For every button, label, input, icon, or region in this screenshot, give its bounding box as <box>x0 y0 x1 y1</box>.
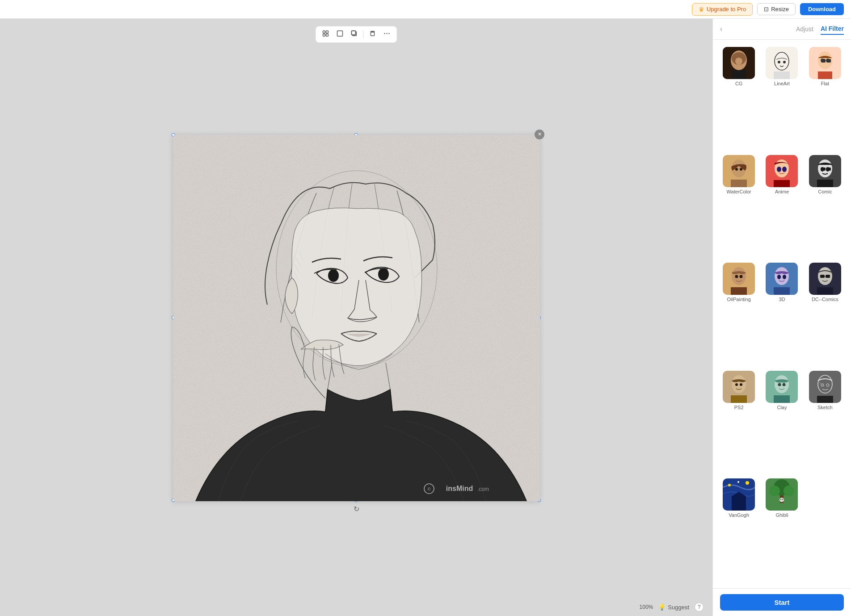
filter-item-dccomics[interactable]: DC--Comics <box>805 261 846 367</box>
download-label: Download <box>808 6 836 13</box>
filter-label-dccomics: DC--Comics <box>812 297 838 302</box>
sketch-svg: © insMind .com <box>173 135 540 501</box>
svg-rect-4 <box>337 31 343 36</box>
crop-tool-button[interactable] <box>334 28 346 41</box>
filter-thumb-cg <box>723 47 755 79</box>
filter-item-sketch[interactable]: Sketch <box>805 369 846 475</box>
filter-item-vangogh[interactable]: VanGogh <box>718 477 759 583</box>
app-header: ♛ Upgrade to Pro ⊡ Resize Download <box>0 0 851 19</box>
svg-point-101 <box>784 486 794 496</box>
svg-point-83 <box>778 383 781 386</box>
svg-point-28 <box>735 58 742 65</box>
select-tool-button[interactable] <box>320 28 332 41</box>
svg-rect-34 <box>774 71 790 79</box>
svg-rect-29 <box>732 70 746 79</box>
svg-point-15 <box>328 269 339 282</box>
tab-adjust[interactable]: Adjust <box>796 24 813 34</box>
filter-label-watercolor: WaterColor <box>727 189 751 194</box>
svg-point-10 <box>386 33 387 34</box>
toolbar-separator <box>363 30 364 38</box>
more-tool-button[interactable] <box>381 28 393 41</box>
svg-text:.com: .com <box>477 486 489 492</box>
filter-label-anime: Anime <box>775 189 789 194</box>
panel-tabs: ‹ Adjust AI Filter <box>713 19 851 40</box>
main-area: ✕ <box>0 19 851 616</box>
canvas-toolbar <box>316 26 397 43</box>
right-panel: ‹ Adjust AI Filter <box>712 19 851 616</box>
svg-rect-1 <box>326 31 329 33</box>
filter-item-comic[interactable]: Comic <box>805 153 846 260</box>
svg-point-67 <box>777 275 781 279</box>
filter-item-oilpainting[interactable]: OilPainting <box>718 261 759 367</box>
svg-rect-69 <box>774 287 790 295</box>
svg-rect-64 <box>731 287 747 295</box>
filter-item-cg[interactable]: CG <box>718 45 759 151</box>
svg-point-104 <box>779 498 784 502</box>
filter-item-watercolor[interactable]: WaterColor <box>718 153 759 260</box>
svg-rect-8 <box>371 32 375 36</box>
filter-label-comic: Comic <box>818 189 832 194</box>
svg-rect-90 <box>817 396 833 403</box>
filter-item-lineart[interactable]: LineArt <box>761 45 802 151</box>
filter-label-flat: Flat <box>821 81 829 86</box>
svg-rect-6 <box>352 31 356 35</box>
filter-item-flat[interactable]: Flat <box>805 45 846 151</box>
panel-collapse-icon[interactable]: ‹ <box>720 25 722 33</box>
svg-point-94 <box>728 484 731 486</box>
svg-point-51 <box>782 167 787 172</box>
filter-thumb-comic <box>809 155 841 187</box>
suggest-label: Suggest <box>668 604 689 611</box>
download-button[interactable]: Download <box>800 3 844 15</box>
svg-point-16 <box>378 268 389 281</box>
upgrade-button[interactable]: ♛ Upgrade to Pro <box>692 3 753 16</box>
filter-label-cg: CG <box>735 81 743 86</box>
svg-text:insMind: insMind <box>446 485 473 492</box>
filter-label-vangogh: VanGogh <box>729 512 749 518</box>
duplicate-tool-button[interactable] <box>348 28 361 41</box>
svg-point-50 <box>777 167 781 172</box>
help-label: ? <box>698 604 701 610</box>
filter-thumb-watercolor <box>723 155 755 187</box>
svg-rect-2 <box>323 34 325 36</box>
svg-point-105 <box>780 499 781 500</box>
filter-thumb-oilpainting <box>723 263 755 295</box>
filter-item-anime[interactable]: Anime <box>761 153 802 260</box>
svg-rect-97 <box>732 496 746 511</box>
svg-point-46 <box>740 168 742 171</box>
resize-button[interactable]: ⊡ Resize <box>757 3 796 15</box>
suggest-button[interactable]: 💡 Suggest <box>658 604 689 611</box>
tab-ai-filter[interactable]: AI Filter <box>821 23 844 35</box>
filter-thumb-flat <box>809 47 841 79</box>
svg-point-45 <box>735 168 738 171</box>
svg-point-71 <box>818 267 832 285</box>
filter-item-3d[interactable]: 3D <box>761 261 802 367</box>
filter-label-clay: Clay <box>777 405 787 410</box>
svg-point-106 <box>782 499 783 500</box>
upgrade-label: Upgrade to Pro <box>707 6 746 13</box>
svg-text:©: © <box>428 487 431 491</box>
svg-point-33 <box>783 61 786 63</box>
canvas-image: © insMind .com <box>173 135 539 500</box>
delete-tool-button[interactable] <box>367 28 379 41</box>
start-button[interactable]: Start <box>720 594 844 611</box>
filter-thumb-vangogh <box>723 478 755 511</box>
svg-point-66 <box>775 267 789 285</box>
svg-point-63 <box>740 275 743 278</box>
filter-thumb-ps2 <box>723 371 755 403</box>
filter-item-ps2[interactable]: PS2 <box>718 369 759 475</box>
close-image-button[interactable]: ✕ <box>535 130 544 139</box>
svg-point-82 <box>775 375 789 393</box>
svg-point-62 <box>735 275 738 278</box>
rotate-handle[interactable]: ↻ <box>352 505 361 514</box>
svg-point-68 <box>783 275 786 279</box>
help-button[interactable]: ? <box>695 603 704 612</box>
svg-rect-85 <box>774 395 790 403</box>
svg-point-84 <box>783 383 786 386</box>
filter-label-oilpainting: OilPainting <box>727 297 751 302</box>
resize-icon: ⊡ <box>764 6 769 13</box>
svg-point-9 <box>384 33 385 34</box>
filter-item-clay[interactable]: Clay <box>761 369 802 475</box>
filter-item-ghibli[interactable]: Ghibli <box>761 477 802 583</box>
start-button-container: Start <box>713 588 851 616</box>
image-container: ✕ <box>173 134 539 501</box>
